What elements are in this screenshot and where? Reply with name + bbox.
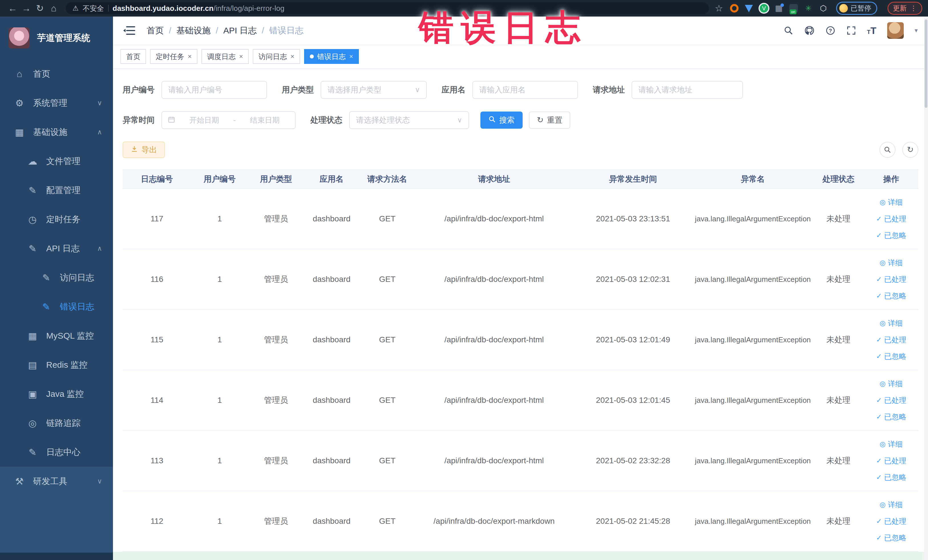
sidebar-item[interactable]: ✎ 日志中心 — [0, 438, 113, 467]
action-link-0[interactable]: ◎详细 — [880, 436, 903, 452]
browser-profile-chip[interactable]: 已暂停 — [836, 2, 877, 15]
avatar[interactable] — [887, 22, 904, 39]
action-link-0[interactable]: ◎详细 — [880, 376, 903, 391]
search-icon — [488, 116, 496, 125]
sidebar-item[interactable]: ☁ 文件管理 — [0, 146, 113, 176]
home-icon[interactable]: ⌂ — [47, 3, 61, 14]
reset-button[interactable]: ↻ 重置 — [529, 111, 570, 129]
forward-icon[interactable]: → — [20, 3, 33, 14]
cell-time: 2021-05-03 12:01:45 — [573, 370, 693, 430]
close-icon[interactable]: × — [290, 52, 295, 61]
extension-sprout-icon[interactable]: ✳ — [804, 4, 813, 12]
sidebar-item[interactable]: ✎ API 日志∧ — [0, 234, 113, 263]
process-status-select[interactable]: 请选择处理状态 ∨ — [349, 111, 469, 129]
action-link-1[interactable]: ✓已处理 — [876, 392, 906, 408]
browser-menu-icon[interactable]: ⋮ — [910, 4, 917, 12]
sidebar-item[interactable]: ◎ 链路追踪 — [0, 409, 113, 438]
sidebar-item[interactable]: ◷ 定时任务 — [0, 205, 113, 234]
sidebar-item[interactable]: ▣ Java 监控 — [0, 379, 113, 409]
close-icon[interactable]: × — [188, 52, 192, 61]
browser-update-button[interactable]: 更新 ⋮ — [887, 2, 922, 15]
tab-1[interactable]: 定时任务× — [150, 49, 197, 64]
sidebar-collapse-bar[interactable] — [0, 552, 113, 560]
address-bar[interactable]: ⚠ 不安全 dashboard.yudao.iocoder.cn/infra/l… — [66, 2, 709, 14]
extension-switch-icon[interactable] — [789, 4, 798, 12]
sidebar-item[interactable]: ▦ 基础设施∧ — [0, 117, 113, 146]
extension-vue-icon[interactable]: V — [760, 4, 768, 12]
tab-2[interactable]: 调度日志× — [201, 49, 249, 64]
action-link-2[interactable]: ✓已忽略 — [876, 349, 906, 364]
action-link-0[interactable]: ◎详细 — [880, 497, 903, 512]
extension-orange-icon[interactable] — [730, 4, 739, 12]
scrollbar-track[interactable] — [924, 17, 928, 560]
extensions-puzzle-icon[interactable]: ⬡ — [819, 4, 827, 12]
close-icon[interactable]: × — [239, 52, 243, 61]
action-link-1[interactable]: ✓已处理 — [876, 332, 906, 348]
bookmark-star-icon[interactable]: ☆ — [714, 3, 724, 14]
range-separator: - — [234, 116, 236, 125]
tab-4[interactable]: 错误日志× — [304, 49, 359, 64]
action-link-1[interactable]: ✓已处理 — [876, 453, 906, 468]
breadcrumb-item[interactable]: 基础设施 — [176, 25, 211, 37]
app-logo[interactable]: 芋道管理系统 — [0, 17, 113, 60]
breadcrumb-separator: / — [216, 26, 218, 35]
breadcrumb-item[interactable]: 首页 — [147, 25, 164, 37]
url-path: /infra/log/api-error-log — [214, 4, 284, 12]
action-link-2[interactable]: ✓已忽略 — [876, 288, 906, 304]
scrollbar-thumb[interactable] — [925, 20, 927, 108]
export-button[interactable]: 导出 — [123, 142, 165, 158]
detail-eye-icon: ◎ — [880, 255, 886, 270]
sidebar-item[interactable]: ✎ 访问日志 — [0, 263, 113, 292]
reload-icon[interactable]: ↻ — [33, 3, 47, 14]
action-link-2[interactable]: ✓已忽略 — [876, 227, 906, 243]
user-type-select[interactable]: 请选择用户类型 ∨ — [321, 81, 427, 99]
action-link-2[interactable]: ✓已忽略 — [876, 409, 906, 424]
help-icon[interactable]: ? — [825, 25, 836, 36]
security-label: 不安全 — [83, 4, 104, 13]
sidebar-fold-icon[interactable] — [123, 26, 135, 35]
cell-status: 未处理 — [813, 370, 864, 430]
action-link-0[interactable]: ◎详细 — [880, 255, 903, 270]
search-icon[interactable] — [784, 26, 793, 35]
action-link-1[interactable]: ✓已处理 — [876, 211, 906, 226]
chart-icon: ▦ — [25, 330, 40, 342]
search-button[interactable]: 搜索 — [481, 111, 523, 129]
divider — [108, 5, 109, 12]
home-icon: ⌂ — [12, 69, 27, 79]
sidebar-item[interactable]: ⌂ 首页 — [0, 60, 113, 89]
sidebar-item[interactable]: ⚙ 系统管理∨ — [0, 89, 113, 117]
user-id-input[interactable] — [162, 81, 267, 99]
cell-url: /api/infra/db-doc/export-html — [415, 249, 573, 309]
breadcrumb-item[interactable]: API 日志 — [223, 25, 257, 37]
app-name-input[interactable] — [472, 81, 578, 99]
top-navbar: 首页/基础设施/API 日志/错误日志 ? TT ▾ — [113, 17, 928, 44]
chevron-down-icon[interactable]: ▾ — [914, 27, 918, 34]
sidebar-item[interactable]: ⚒ 研发工具∨ — [0, 467, 113, 496]
sidebar-item[interactable]: ▤ Redis 监控 — [0, 350, 113, 379]
github-icon[interactable] — [804, 25, 815, 36]
action-link-2[interactable]: ✓已忽略 — [876, 530, 906, 545]
extension-shield-icon[interactable] — [745, 4, 753, 12]
action-link-1[interactable]: ✓已处理 — [876, 272, 906, 287]
back-icon[interactable]: ← — [6, 3, 20, 14]
refresh-table-button[interactable]: ↻ — [902, 142, 918, 158]
action-link-0[interactable]: ◎详细 — [880, 316, 903, 331]
sidebar-item[interactable]: ✎ 错误日志 — [0, 292, 113, 321]
action-link-2[interactable]: ✓已忽略 — [876, 470, 906, 485]
toggle-search-button[interactable] — [879, 142, 896, 158]
action-link-1[interactable]: ✓已处理 — [876, 514, 906, 529]
fullscreen-icon[interactable] — [846, 26, 856, 35]
table-row: 1141管理员dashboardGET/api/infra/db-doc/exp… — [123, 370, 918, 431]
extension-grid-icon[interactable]: ▦ — [774, 4, 783, 12]
request-url-input[interactable] — [632, 81, 743, 99]
font-size-icon[interactable]: TT — [867, 25, 876, 36]
date-range-picker[interactable]: 开始日期 - 结束日期 — [162, 111, 296, 129]
tab-0[interactable]: 首页 — [121, 49, 146, 64]
cell-app: dashboard — [304, 189, 359, 249]
sidebar-item[interactable]: ▦ MySQL 监控 — [0, 321, 113, 350]
chevron-down-icon: ∨ — [97, 99, 102, 107]
action-link-0[interactable]: ◎详细 — [880, 195, 903, 210]
sidebar-item[interactable]: ✎ 配置管理 — [0, 176, 113, 205]
close-icon[interactable]: × — [349, 52, 353, 61]
tab-3[interactable]: 访问日志× — [253, 49, 300, 64]
